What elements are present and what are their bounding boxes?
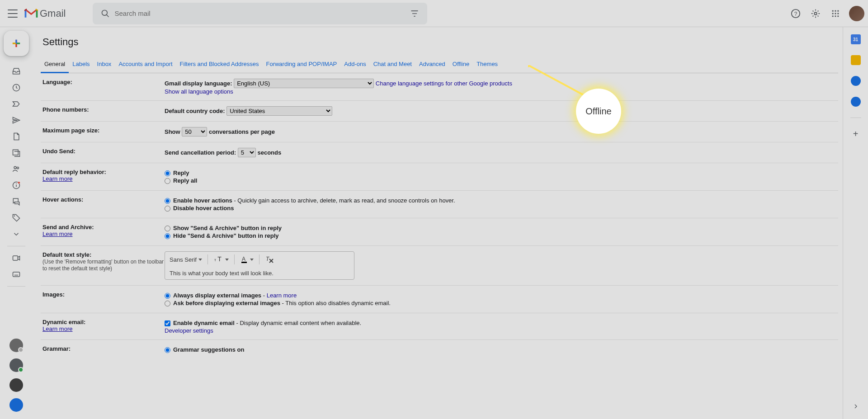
settings-scrollpane[interactable]: Language: Gmail display language: Englis… xyxy=(41,73,838,390)
grammar-on-radio[interactable] xyxy=(165,347,170,353)
svg-rect-28 xyxy=(13,272,20,277)
tab-advanced[interactable]: Advanced xyxy=(415,56,449,73)
hamburger-icon xyxy=(8,9,18,18)
language-select[interactable]: English (US) xyxy=(234,79,374,88)
keyboard-icon xyxy=(12,270,21,279)
always-display-images-radio[interactable] xyxy=(165,293,170,299)
chevron-down-icon xyxy=(12,230,20,238)
settings-button[interactable] xyxy=(807,5,825,23)
text-color-picker[interactable]: A xyxy=(240,255,254,264)
images-learn-more[interactable]: Learn more xyxy=(267,292,297,299)
page-size-select[interactable]: 50 xyxy=(182,127,207,137)
remove-format-icon: T xyxy=(265,255,274,264)
search-input[interactable] xyxy=(114,9,406,17)
tasks-app[interactable] xyxy=(851,76,861,86)
tab-accounts-and-import[interactable]: Accounts and Import xyxy=(115,56,176,73)
reply-all-radio[interactable] xyxy=(165,178,170,184)
reply-radio[interactable] xyxy=(165,170,170,176)
nav-meet-new[interactable] xyxy=(7,251,25,265)
account-avatar[interactable] xyxy=(849,6,864,21)
tab-themes[interactable]: Themes xyxy=(473,56,501,73)
enable-dynamic-checkbox[interactable] xyxy=(165,320,170,326)
gmail-logo[interactable]: Gmail xyxy=(24,8,66,19)
compose-plus-icon xyxy=(10,37,23,50)
hide-send-archive-radio[interactable] xyxy=(165,233,170,239)
apps-button[interactable] xyxy=(826,5,844,23)
sent-icon xyxy=(12,116,21,125)
developer-settings-link[interactable]: Developer settings xyxy=(165,327,213,334)
svg-point-0 xyxy=(102,10,108,15)
chat-avatar-4[interactable] xyxy=(9,398,23,412)
chat-avatar-1[interactable] xyxy=(9,339,23,352)
chat-avatar-2[interactable] xyxy=(9,358,23,372)
show-all-languages-link[interactable]: Show all language options xyxy=(165,88,233,95)
enable-dynamic-desc: - Display dynamic email content when ava… xyxy=(235,320,361,326)
hover-actions-label: Hover actions: xyxy=(41,196,165,203)
svg-point-8 xyxy=(832,13,834,14)
keep-app[interactable] xyxy=(851,55,861,65)
ask-display-images-label: Ask before displaying external images xyxy=(173,300,280,306)
reply-learn-more-link[interactable]: Learn more xyxy=(42,175,72,182)
tab-offline[interactable]: Offline xyxy=(449,56,473,73)
add-app-button[interactable]: + xyxy=(853,129,859,139)
side-panel: + xyxy=(843,27,868,419)
tab-forwarding-and-pop-imap[interactable]: Forwarding and POP/IMAP xyxy=(262,56,340,73)
tab-chat-and-meet[interactable]: Chat and Meet xyxy=(370,56,415,73)
nav-snoozed[interactable] xyxy=(7,80,25,95)
svg-point-7 xyxy=(837,10,839,11)
dynamic-learn-more[interactable]: Learn more xyxy=(42,325,72,332)
change-language-link[interactable]: Change language settings for other Googl… xyxy=(376,80,512,87)
tab-add-ons[interactable]: Add-ons xyxy=(340,56,369,73)
svg-rect-33 xyxy=(241,262,247,263)
nav-inbox[interactable] xyxy=(7,64,25,79)
disable-hover-radio[interactable] xyxy=(165,206,170,212)
chat-avatar-3[interactable] xyxy=(9,378,23,392)
support-button[interactable]: ? xyxy=(787,5,805,23)
per-page-label: conversations per page xyxy=(209,128,275,135)
phone-label: Phone numbers: xyxy=(41,106,165,113)
ask-display-images-radio[interactable] xyxy=(165,301,170,306)
gmail-icon xyxy=(24,8,38,19)
collapse-panel-button[interactable] xyxy=(847,397,865,415)
svg-point-9 xyxy=(835,13,836,14)
tab-inbox[interactable]: Inbox xyxy=(94,56,115,73)
tag-icon xyxy=(12,213,21,222)
country-code-select[interactable]: United States xyxy=(226,106,332,116)
search-filter-button[interactable] xyxy=(406,5,424,23)
nav-updates[interactable] xyxy=(7,178,25,193)
video-icon xyxy=(12,254,21,263)
contacts-app[interactable] xyxy=(851,97,861,107)
nav-meet-join[interactable] xyxy=(7,267,25,282)
svg-point-26 xyxy=(14,216,15,217)
show-send-archive-radio[interactable] xyxy=(165,226,170,231)
people-icon xyxy=(12,165,21,174)
file-icon xyxy=(12,132,21,141)
reply-all-option: Reply all xyxy=(173,177,197,184)
main-menu-button[interactable] xyxy=(4,5,22,23)
tab-general[interactable]: General xyxy=(41,56,69,73)
grammar-label: Grammar: xyxy=(41,345,165,352)
tab-filters-and-blocked-addresses[interactable]: Filters and Blocked Addresses xyxy=(176,56,263,73)
svg-point-25 xyxy=(18,182,20,184)
nav-forums[interactable] xyxy=(7,194,25,209)
font-size-picker[interactable]: тT xyxy=(213,256,229,263)
nav-drafts[interactable] xyxy=(7,129,25,144)
nav-sent[interactable] xyxy=(7,113,25,127)
grammar-on-label: Grammar suggestions on xyxy=(173,346,244,353)
remove-formatting-button[interactable]: T xyxy=(265,255,274,264)
enable-hover-radio[interactable] xyxy=(165,198,170,204)
compose-button[interactable] xyxy=(4,31,29,56)
tab-labels[interactable]: Labels xyxy=(69,56,93,73)
nav-categories[interactable] xyxy=(7,146,25,160)
nav-groups[interactable] xyxy=(7,162,25,176)
font-family-picker[interactable]: Sans Serif xyxy=(170,256,202,263)
nav-promotions[interactable] xyxy=(7,211,25,225)
send-archive-learn-more[interactable]: Learn more xyxy=(42,231,72,237)
nav-important[interactable] xyxy=(7,97,25,111)
undo-delay-select[interactable]: 5 xyxy=(238,148,256,157)
search-button[interactable] xyxy=(96,5,114,23)
language-label: Language: xyxy=(41,79,165,85)
nav-more[interactable] xyxy=(7,227,25,241)
calendar-app[interactable] xyxy=(851,34,861,44)
svg-rect-19 xyxy=(13,150,19,155)
